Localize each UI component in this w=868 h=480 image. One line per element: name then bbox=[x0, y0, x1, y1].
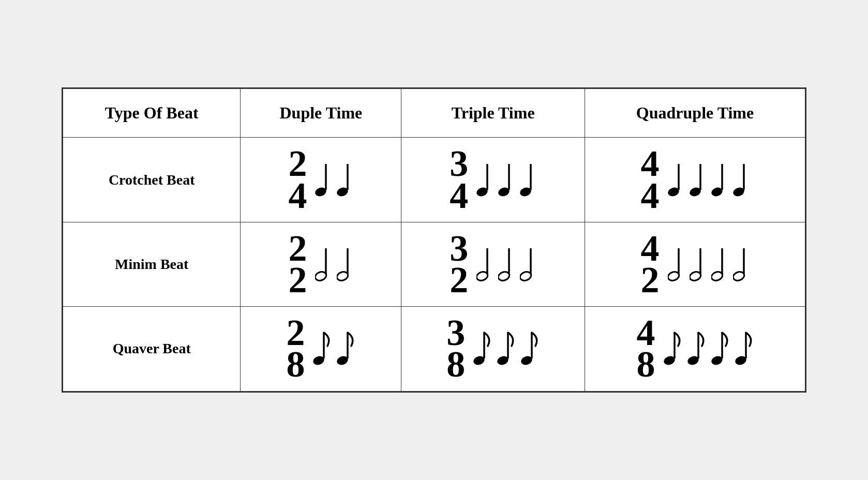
beat-type-cell: Minim Beat bbox=[63, 222, 241, 306]
minim-note-svg bbox=[733, 246, 750, 282]
table-row: Quaver Beat 2 8 3 8 bbox=[63, 307, 805, 391]
time-signature: 4 8 bbox=[637, 317, 655, 380]
quadruple-cell: 4 4 bbox=[585, 138, 805, 222]
notes-group bbox=[668, 246, 750, 282]
crotchet-note-svg bbox=[711, 162, 728, 198]
music-cell: 3 8 bbox=[414, 317, 572, 380]
notes-group bbox=[668, 162, 750, 198]
time-signature: 3 2 bbox=[450, 233, 468, 296]
duple-cell: 2 4 bbox=[241, 138, 401, 222]
music-cell: 3 4 bbox=[414, 148, 572, 211]
header-row: Type Of Beat Duple Time Triple Time Quad… bbox=[63, 89, 805, 138]
time-signature: 4 2 bbox=[641, 233, 660, 296]
quaver-note-svg bbox=[313, 331, 332, 367]
time-signature: 3 4 bbox=[450, 148, 468, 211]
quaver-note-svg bbox=[687, 331, 706, 367]
notes-group bbox=[664, 331, 754, 367]
quaver-note-svg bbox=[711, 331, 730, 367]
beat-type-cell: Crotchet Beat bbox=[63, 138, 241, 222]
minim-note-svg bbox=[476, 246, 493, 282]
notes-group bbox=[315, 162, 353, 198]
crotchet-note-svg bbox=[690, 162, 706, 198]
time-signature: 3 8 bbox=[446, 317, 465, 380]
col-header-quadruple: Quadruple Time bbox=[585, 89, 805, 138]
triple-cell: 3 8 bbox=[401, 307, 585, 391]
crotchet-note-svg bbox=[337, 162, 353, 198]
music-cell: 3 2 bbox=[414, 233, 572, 296]
time-signature: 2 2 bbox=[288, 233, 307, 296]
col-header-duple: Duple Time bbox=[241, 89, 401, 138]
crotchet-note-svg bbox=[733, 162, 750, 198]
col-header-triple: Triple Time bbox=[401, 89, 585, 138]
triple-cell: 3 2 bbox=[401, 222, 585, 306]
notes-group bbox=[473, 331, 540, 367]
col-header-type: Type Of Beat bbox=[63, 89, 241, 138]
triple-cell: 3 4 bbox=[401, 138, 585, 222]
notes-group bbox=[476, 162, 536, 198]
quadruple-cell: 4 2 bbox=[585, 222, 805, 306]
music-cell: 2 2 bbox=[253, 233, 388, 296]
quaver-note-svg bbox=[497, 331, 516, 367]
crotchet-note-svg bbox=[498, 162, 515, 198]
minim-note-svg bbox=[690, 246, 706, 282]
notes-group bbox=[476, 246, 536, 282]
crotchet-note-svg bbox=[476, 162, 493, 198]
quaver-note-svg bbox=[473, 331, 492, 367]
minim-note-svg bbox=[520, 246, 536, 282]
time-signature: 4 4 bbox=[641, 148, 660, 211]
table-row: Minim Beat 2 2 3 2 4 2 bbox=[63, 222, 805, 306]
crotchet-note-svg bbox=[520, 162, 536, 198]
music-cell: 4 2 bbox=[597, 233, 792, 296]
crotchet-note-svg bbox=[668, 162, 684, 198]
minim-note-svg bbox=[711, 246, 728, 282]
duple-cell: 2 8 bbox=[241, 307, 401, 391]
minim-note-svg bbox=[498, 246, 515, 282]
main-table-container: Type Of Beat Duple Time Triple Time Quad… bbox=[62, 87, 806, 392]
quaver-note-svg bbox=[664, 331, 682, 367]
quaver-note-svg bbox=[735, 331, 754, 367]
minim-note-svg bbox=[668, 246, 684, 282]
time-signature: 2 8 bbox=[286, 317, 305, 380]
table-row: Crotchet Beat 2 4 3 4 4 4 bbox=[63, 138, 805, 222]
music-table: Type Of Beat Duple Time Triple Time Quad… bbox=[63, 88, 805, 391]
notes-group bbox=[315, 246, 353, 282]
music-cell: 4 4 bbox=[597, 148, 792, 211]
quadruple-cell: 4 8 bbox=[585, 307, 805, 391]
quaver-note-svg bbox=[337, 331, 355, 367]
minim-note-svg bbox=[337, 246, 353, 282]
time-signature: 2 4 bbox=[288, 148, 307, 211]
music-cell: 4 8 bbox=[597, 317, 792, 380]
music-cell: 2 8 bbox=[253, 317, 388, 380]
quaver-note-svg bbox=[521, 331, 540, 367]
minim-note-svg bbox=[315, 246, 332, 282]
notes-group bbox=[313, 331, 355, 367]
beat-type-cell: Quaver Beat bbox=[63, 307, 241, 391]
crotchet-note-svg bbox=[315, 162, 332, 198]
music-cell: 2 4 bbox=[253, 148, 388, 211]
duple-cell: 2 2 bbox=[241, 222, 401, 306]
